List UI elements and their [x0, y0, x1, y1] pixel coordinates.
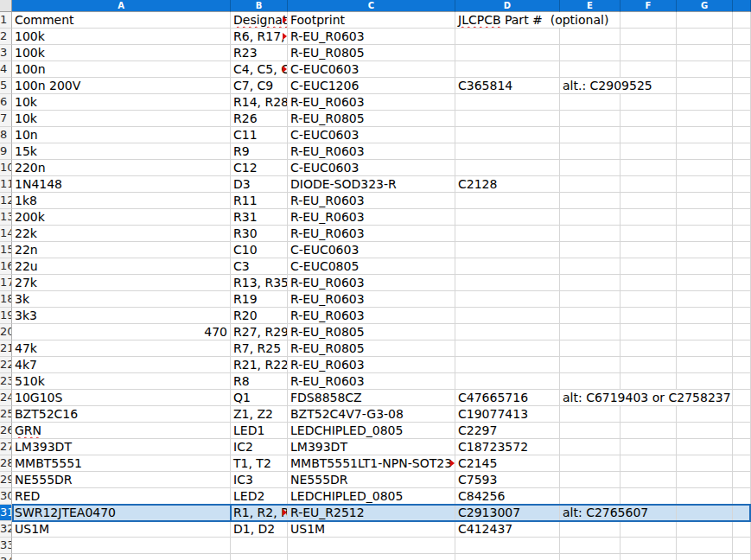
column-header-c[interactable]: C — [288, 0, 455, 12]
cell-A13[interactable]: 200k — [12, 209, 231, 226]
cell-G25[interactable] — [677, 406, 733, 423]
cell-H8[interactable] — [733, 127, 751, 143]
cell-E4[interactable] — [560, 61, 621, 78]
cell-F18[interactable] — [621, 291, 677, 308]
cell-A18[interactable]: 3k — [12, 291, 231, 308]
cell-D25[interactable]: C19077413 — [455, 406, 560, 423]
cell-D23[interactable] — [455, 373, 560, 390]
cell-F10[interactable] — [621, 160, 677, 176]
cell-C18[interactable]: R-EU_R0603 — [288, 291, 455, 308]
cell-G7[interactable] — [677, 111, 733, 127]
cell-D20[interactable] — [455, 324, 560, 340]
cell-C1[interactable]: Footprint — [288, 12, 455, 29]
cell-F1[interactable] — [621, 12, 677, 29]
cell-B1[interactable]: Designat — [231, 12, 288, 29]
cell-G11[interactable] — [677, 176, 733, 193]
cell-G33[interactable] — [677, 538, 733, 554]
cell-E18[interactable] — [560, 291, 621, 308]
cell-F33[interactable] — [621, 538, 677, 554]
cell-D2[interactable] — [455, 29, 560, 45]
cell-G21[interactable] — [677, 340, 733, 357]
cell-H16[interactable] — [733, 258, 751, 275]
cell-E10[interactable] — [560, 160, 621, 176]
cell-C31[interactable]: R-EU_R2512 — [288, 505, 455, 521]
select-all-corner[interactable] — [0, 0, 12, 12]
cell-C28[interactable]: MMBT5551LT1-NPN-SOT23 — [288, 455, 455, 472]
cell-C8[interactable]: C-EUC0603 — [288, 127, 455, 143]
row-header-23[interactable]: 23 — [0, 373, 12, 390]
column-header-d[interactable]: D — [455, 0, 560, 12]
cell-G6[interactable] — [677, 94, 733, 111]
cell-G15[interactable] — [677, 242, 733, 258]
cell-H17[interactable] — [733, 275, 751, 291]
cell-E24[interactable]: alt: C6719403 or C2758237 — [560, 390, 733, 406]
cell-B27[interactable]: IC2 — [231, 439, 288, 455]
cell-F21[interactable] — [621, 340, 677, 357]
cell-C34[interactable] — [288, 554, 455, 560]
cell-A27[interactable]: LM393DT — [12, 439, 231, 455]
cell-G1[interactable] — [677, 12, 733, 29]
row-header-8[interactable]: 8 — [0, 127, 12, 143]
cell-G22[interactable] — [677, 357, 733, 373]
column-header-e[interactable]: E — [560, 0, 621, 12]
row-header-29[interactable]: 29 — [0, 472, 12, 488]
row-header-15[interactable]: 15 — [0, 242, 12, 258]
cell-H25[interactable] — [733, 406, 751, 423]
column-header-b[interactable]: B — [231, 0, 288, 12]
cell-F17[interactable] — [621, 275, 677, 291]
cell-G16[interactable] — [677, 258, 733, 275]
cell-H22[interactable] — [733, 357, 751, 373]
row-header-1[interactable]: 1 — [0, 12, 12, 29]
row-header-34[interactable]: 34 — [0, 554, 12, 560]
cell-F7[interactable] — [621, 111, 677, 127]
cell-F23[interactable] — [621, 373, 677, 390]
row-header-17[interactable]: 17 — [0, 275, 12, 291]
row-header-21[interactable]: 21 — [0, 340, 12, 357]
cell-F11[interactable] — [621, 176, 677, 193]
cell-B3[interactable]: R23 — [231, 45, 288, 61]
cell-A1[interactable]: Comment — [12, 12, 231, 29]
column-header-f[interactable]: F — [621, 0, 677, 12]
cell-A20[interactable]: 470 — [12, 324, 231, 340]
cell-G12[interactable] — [677, 193, 733, 209]
cell-E32[interactable] — [560, 521, 621, 538]
row-header-25[interactable]: 25 — [0, 406, 12, 423]
row-header-9[interactable]: 9 — [0, 143, 12, 160]
cell-E29[interactable] — [560, 472, 621, 488]
cell-C27[interactable]: LM393DT — [288, 439, 455, 455]
cell-F9[interactable] — [621, 143, 677, 160]
cell-F15[interactable] — [621, 242, 677, 258]
cell-H30[interactable] — [733, 488, 751, 505]
cell-D12[interactable] — [455, 193, 560, 209]
cell-F30[interactable] — [621, 488, 677, 505]
cell-C7[interactable]: R-EU_R0805 — [288, 111, 455, 127]
cell-C25[interactable]: BZT52C4V7-G3-08 — [288, 406, 455, 423]
cell-B34[interactable] — [231, 554, 288, 560]
cell-F22[interactable] — [621, 357, 677, 373]
cell-H9[interactable] — [733, 143, 751, 160]
cell-D7[interactable] — [455, 111, 560, 127]
cell-A32[interactable]: US1M — [12, 521, 231, 538]
cell-A10[interactable]: 220n — [12, 160, 231, 176]
cell-B8[interactable]: C11 — [231, 127, 288, 143]
cell-B18[interactable]: R19 — [231, 291, 288, 308]
row-header-19[interactable]: 19 — [0, 308, 12, 324]
cell-H3[interactable] — [733, 45, 751, 61]
cell-B25[interactable]: Z1, Z2 — [231, 406, 288, 423]
cell-E14[interactable] — [560, 226, 621, 242]
cell-H2[interactable] — [733, 29, 751, 45]
cell-D10[interactable] — [455, 160, 560, 176]
row-header-26[interactable]: 26 — [0, 423, 12, 439]
cell-D15[interactable] — [455, 242, 560, 258]
cell-A31[interactable]: SWR12JTEA0470 — [12, 505, 231, 521]
cell-A22[interactable]: 4k7 — [12, 357, 231, 373]
cell-C5[interactable]: C-EUC1206 — [288, 78, 455, 94]
cell-F13[interactable] — [621, 209, 677, 226]
cell-B30[interactable]: LED2 — [231, 488, 288, 505]
cell-H5[interactable] — [733, 78, 751, 94]
cell-F26[interactable] — [621, 423, 677, 439]
cell-E31[interactable]: alt: C2765607 — [560, 505, 677, 521]
cell-E5[interactable]: alt.: C2909525 — [560, 78, 677, 94]
cell-H34[interactable] — [733, 554, 751, 560]
cell-E28[interactable] — [560, 455, 621, 472]
